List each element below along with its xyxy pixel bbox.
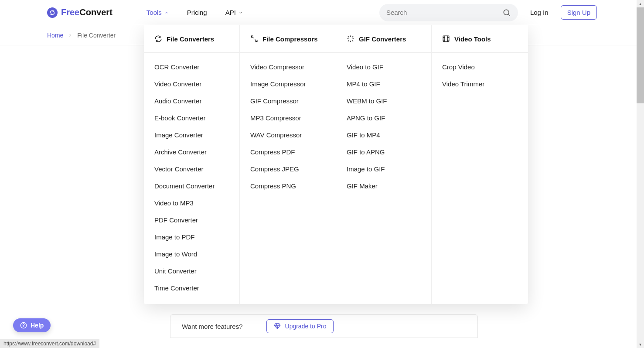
- svg-rect-12: [443, 36, 449, 42]
- upgrade-button-label: Upgrade to Pro: [285, 323, 327, 330]
- mega-col3-title: GIF Converters: [359, 35, 406, 43]
- svg-line-6: [348, 36, 349, 37]
- chevron-down-icon: [239, 10, 243, 15]
- help-icon: [20, 322, 27, 329]
- svg-line-10: [348, 41, 349, 41]
- mega-item[interactable]: Time Converter: [154, 284, 229, 292]
- mega-item[interactable]: MP3 Compressor: [250, 114, 325, 122]
- mega-item[interactable]: APNG to GIF: [347, 114, 421, 122]
- mega-item[interactable]: GIF to MP4: [347, 131, 421, 139]
- nav-pricing-label: Pricing: [187, 9, 207, 16]
- sparkle-icon: [347, 35, 354, 43]
- svg-line-7: [352, 41, 353, 41]
- mega-item[interactable]: Image to Word: [154, 250, 229, 258]
- mega-item[interactable]: Image Converter: [154, 131, 229, 139]
- svg-point-0: [504, 10, 509, 15]
- mega-col1-header: File Converters: [154, 35, 229, 49]
- mega-col3-header: GIF Converters: [347, 35, 421, 49]
- mega-item[interactable]: Video Trimmer: [442, 80, 518, 88]
- mega-item[interactable]: WAV Compressor: [250, 131, 325, 139]
- mega-item[interactable]: OCR Converter: [154, 63, 229, 71]
- logo-text: FreeConvert: [61, 7, 112, 17]
- help-label: Help: [31, 322, 44, 329]
- upgrade-question: Want more features?: [182, 323, 243, 330]
- upgrade-bar: Want more features? Upgrade to Pro: [170, 314, 478, 338]
- mega-item[interactable]: WEBM to GIF: [347, 97, 421, 105]
- mega-item[interactable]: Vector Converter: [154, 165, 229, 173]
- nav-tools-label: Tools: [147, 9, 162, 16]
- mega-item[interactable]: Compress JPEG: [250, 165, 325, 173]
- compress-icon: [250, 35, 258, 43]
- scroll-thumb[interactable]: [637, 7, 644, 103]
- mega-col2-title: File Compressors: [262, 35, 318, 43]
- film-icon: [442, 35, 450, 43]
- mega-col2-header: File Compressors: [250, 35, 325, 49]
- mega-item[interactable]: MP4 to GIF: [347, 80, 421, 88]
- mega-col3-list: Video to GIFMP4 to GIFWEBM to GIFAPNG to…: [347, 61, 421, 190]
- mega-item[interactable]: GIF to APNG: [347, 148, 421, 156]
- search-input[interactable]: [386, 9, 502, 16]
- svg-line-2: [251, 36, 253, 38]
- search-box[interactable]: [379, 4, 518, 21]
- diamond-icon: [274, 323, 281, 330]
- nav-right: Log In Sign Up: [379, 4, 597, 21]
- nav-api[interactable]: API: [225, 9, 243, 16]
- mega-item[interactable]: Video Converter: [154, 80, 229, 88]
- chevron-up-icon: [164, 10, 169, 15]
- mega-item[interactable]: Archive Converter: [154, 148, 229, 156]
- tools-mega-menu: File Converters File Compressors GIF Con…: [144, 25, 528, 304]
- mega-item[interactable]: Video to MP3: [154, 199, 229, 207]
- mega-col1-title: File Converters: [167, 35, 214, 43]
- mega-item[interactable]: Compress PDF: [250, 148, 325, 156]
- mega-item[interactable]: E-book Converter: [154, 114, 229, 122]
- mega-item[interactable]: Document Converter: [154, 182, 229, 190]
- logo-icon: [47, 7, 58, 18]
- svg-point-20: [24, 327, 24, 327]
- svg-line-11: [352, 36, 353, 37]
- upgrade-button[interactable]: Upgrade to Pro: [266, 319, 334, 333]
- mega-item[interactable]: PDF Converter: [154, 216, 229, 224]
- mega-col4-title: Video Tools: [454, 35, 491, 43]
- mega-col4-header: Video Tools: [442, 35, 518, 49]
- help-button[interactable]: Help: [13, 318, 51, 332]
- nav-pricing[interactable]: Pricing: [187, 9, 207, 16]
- breadcrumb-current: File Converter: [77, 32, 116, 39]
- mega-item[interactable]: GIF Maker: [347, 182, 421, 190]
- status-bar-url: https://www.freeconvert.com/download#: [0, 339, 99, 348]
- scroll-down-arrow[interactable]: ▾: [637, 341, 644, 348]
- mega-item[interactable]: Audio Converter: [154, 97, 229, 105]
- mega-col2-list: Video CompressorImage CompressorGIF Comp…: [250, 61, 325, 190]
- mega-item[interactable]: Video Compressor: [250, 63, 325, 71]
- mega-item[interactable]: Image Compressor: [250, 80, 325, 88]
- mega-item[interactable]: Compress PNG: [250, 182, 325, 190]
- top-nav: FreeConvert Tools Pricing API Log In Sig…: [0, 0, 644, 25]
- logo[interactable]: FreeConvert: [47, 7, 112, 18]
- nav-api-label: API: [225, 9, 236, 16]
- mega-item[interactable]: GIF Compressor: [250, 97, 325, 105]
- refresh-icon: [154, 35, 162, 43]
- breadcrumb-home[interactable]: Home: [47, 32, 63, 39]
- nav-tools[interactable]: Tools: [147, 9, 169, 16]
- svg-line-1: [508, 14, 510, 16]
- mega-item[interactable]: Crop Video: [442, 63, 518, 71]
- mega-item[interactable]: Image to PDF: [154, 233, 229, 241]
- signup-button[interactable]: Sign Up: [561, 5, 597, 20]
- scroll-up-arrow[interactable]: ▴: [637, 0, 644, 7]
- search-icon[interactable]: [502, 8, 511, 17]
- mega-item[interactable]: Image to GIF: [347, 165, 421, 173]
- mega-item[interactable]: Unit Converter: [154, 267, 229, 275]
- svg-line-3: [255, 40, 257, 42]
- nav-links: Tools Pricing API: [147, 9, 243, 16]
- chevron-right-icon: [68, 33, 73, 38]
- login-link[interactable]: Log In: [530, 9, 549, 16]
- browser-scrollbar[interactable]: ▴ ▾: [637, 0, 644, 348]
- mega-col1-list: OCR ConverterVideo ConverterAudio Conver…: [154, 61, 229, 292]
- mega-item[interactable]: Video to GIF: [347, 63, 421, 71]
- mega-col4-list: Crop VideoVideo Trimmer: [442, 61, 518, 88]
